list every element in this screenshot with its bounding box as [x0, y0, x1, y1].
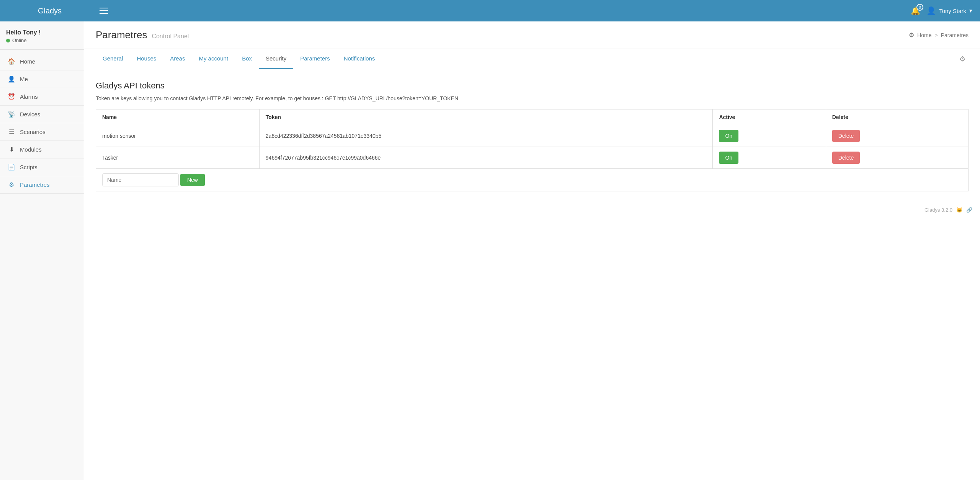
footer: Gladys 3.2.0 🐱 🔗 — [84, 203, 980, 217]
new-token-cell: New — [96, 169, 969, 191]
content-area: Parametres Control Panel ⚙ Home > Parame… — [84, 21, 980, 480]
footer-version: Gladys 3.2.0 — [924, 207, 952, 213]
token-delete-1: Delete — [826, 125, 968, 147]
bell-button[interactable]: 🔔 0 — [911, 6, 920, 15]
sidebar-item-parametres[interactable]: ⚙ Parametres — [0, 176, 84, 194]
breadcrumb-home-icon: ⚙ — [909, 31, 914, 39]
sidebar-item-scenarios[interactable]: ☰ Scenarios — [0, 123, 84, 141]
status-text: Online — [12, 38, 27, 43]
tab-notifications[interactable]: Notifications — [337, 49, 382, 69]
active-button-1[interactable]: On — [719, 130, 738, 142]
main-layout: Hello Tony ! Online 🏠 Home 👤 Me ⏰ Alarms… — [0, 21, 980, 480]
sidebar-item-alarms-label: Alarms — [20, 93, 38, 100]
sidebar-nav: 🏠 Home 👤 Me ⏰ Alarms 📡 Devices ☰ Scenari… — [0, 50, 84, 480]
sidebar-item-scripts-label: Scripts — [20, 164, 38, 170]
hamburger-button[interactable] — [100, 8, 108, 14]
sidebar-item-scripts[interactable]: 📄 Scripts — [0, 158, 84, 176]
bell-badge: 0 — [916, 4, 923, 11]
page-header: Parametres Control Panel ⚙ Home > Parame… — [84, 21, 980, 49]
tab-my-account[interactable]: My account — [192, 49, 235, 69]
token-value-1: 2a8cd422336dff2d38567a24581ab1071e3340b5 — [259, 125, 713, 147]
breadcrumb-separator: > — [934, 32, 938, 38]
token-name-2: Tasker — [96, 147, 260, 169]
delete-button-1[interactable]: Delete — [832, 130, 860, 142]
sidebar-item-scenarios-label: Scenarios — [20, 129, 46, 135]
scenarios-icon: ☰ — [8, 128, 15, 136]
api-tokens-table: Name Token Active Delete motion sensor 2… — [96, 109, 969, 191]
sidebar-item-home-label: Home — [20, 58, 35, 65]
new-token-button[interactable]: New — [180, 174, 205, 186]
user-icon: 👤 — [926, 6, 936, 15]
page-title-group: Parametres Control Panel — [96, 29, 189, 41]
sidebar-item-me-label: Me — [20, 76, 28, 82]
alarms-icon: ⏰ — [8, 93, 15, 100]
footer-cat-icon: 🐱 — [956, 207, 962, 213]
devices-icon: 📡 — [8, 111, 15, 118]
footer-link-icon[interactable]: 🔗 — [966, 207, 972, 213]
delete-button-2[interactable]: Delete — [832, 152, 860, 164]
sidebar-user-name: Hello Tony ! — [6, 29, 78, 36]
scripts-icon: 📄 — [8, 163, 15, 171]
token-name-1: motion sensor — [96, 125, 260, 147]
breadcrumb-home[interactable]: Home — [917, 32, 931, 38]
sidebar-item-alarms[interactable]: ⏰ Alarms — [0, 88, 84, 106]
page-subtitle: Control Panel — [152, 33, 189, 40]
section-title: Gladys API tokens — [96, 81, 969, 91]
tabs-container: General Houses Areas My account Box Secu… — [84, 49, 980, 69]
sidebar-item-home[interactable]: 🏠 Home — [0, 53, 84, 70]
page-title: Parametres — [96, 29, 147, 41]
sidebar: Hello Tony ! Online 🏠 Home 👤 Me ⏰ Alarms… — [0, 21, 84, 480]
sidebar-user: Hello Tony ! Online — [0, 21, 84, 50]
tab-parameters[interactable]: Parameters — [293, 49, 337, 69]
breadcrumb: ⚙ Home > Parametres — [909, 31, 969, 39]
section-description: Token are keys allowing you to contact G… — [96, 95, 969, 101]
sidebar-item-parametres-label: Parametres — [20, 181, 50, 188]
user-menu[interactable]: 👤 Tony Stark ▾ — [926, 6, 972, 15]
parametres-icon: ⚙ — [8, 181, 15, 188]
sidebar-item-me[interactable]: 👤 Me — [0, 70, 84, 88]
col-token: Token — [259, 109, 713, 125]
token-delete-2: Delete — [826, 147, 968, 169]
user-name: Tony Stark — [939, 8, 966, 14]
col-name: Name — [96, 109, 260, 125]
modules-icon: ⬇ — [8, 146, 15, 153]
sidebar-item-devices[interactable]: 📡 Devices — [0, 106, 84, 123]
tab-houses[interactable]: Houses — [130, 49, 163, 69]
navbar: Gladys 🔔 0 👤 Tony Stark ▾ — [0, 0, 980, 21]
tab-security[interactable]: Security — [259, 49, 293, 69]
tabs-gear-icon[interactable]: ⚙ — [956, 52, 969, 66]
breadcrumb-current: Parametres — [941, 32, 969, 38]
new-token-name-input[interactable] — [102, 173, 179, 186]
main-content: Gladys API tokens Token are keys allowin… — [84, 69, 980, 203]
status-dot — [6, 39, 10, 42]
sidebar-item-modules-label: Modules — [20, 146, 42, 153]
table-row: motion sensor 2a8cd422336dff2d38567a2458… — [96, 125, 969, 147]
me-icon: 👤 — [8, 75, 15, 83]
token-active-1: On — [713, 125, 826, 147]
sidebar-item-modules[interactable]: ⬇ Modules — [0, 141, 84, 158]
tabs: General Houses Areas My account Box Secu… — [96, 49, 956, 69]
tab-box[interactable]: Box — [235, 49, 259, 69]
col-active: Active — [713, 109, 826, 125]
table-row: Tasker 94694f72677ab95fb321cc946c7e1c99a… — [96, 147, 969, 169]
col-delete: Delete — [826, 109, 968, 125]
active-button-2[interactable]: On — [719, 152, 738, 164]
user-dropdown-icon: ▾ — [969, 7, 972, 14]
token-active-2: On — [713, 147, 826, 169]
home-icon: 🏠 — [8, 58, 15, 65]
navbar-right: 🔔 0 👤 Tony Stark ▾ — [911, 6, 972, 15]
app-brand: Gladys — [8, 7, 92, 15]
tab-general[interactable]: General — [96, 49, 130, 69]
table-row-new: New — [96, 169, 969, 191]
sidebar-item-devices-label: Devices — [20, 111, 40, 118]
token-value-2: 94694f72677ab95fb321cc946c7e1c99a0d6466e — [259, 147, 713, 169]
sidebar-user-status: Online — [6, 38, 78, 43]
tab-areas[interactable]: Areas — [163, 49, 192, 69]
